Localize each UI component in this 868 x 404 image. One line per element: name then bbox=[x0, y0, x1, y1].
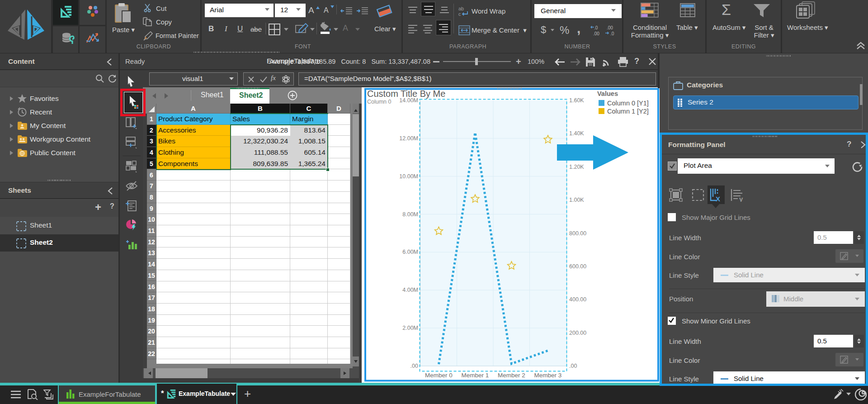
svg-text:1.60K: 1.60K bbox=[569, 97, 584, 104]
svg-text:12.00M: 12.00M bbox=[399, 135, 418, 142]
svg-text:Column 1 [Y2]: Column 1 [Y2] bbox=[607, 108, 649, 115]
svg-text:ab: ab bbox=[458, 6, 464, 11]
svg-text:.00: .00 bbox=[569, 363, 577, 369]
svg-text:Values: Values bbox=[597, 90, 618, 97]
svg-text:Column 0: Column 0 bbox=[367, 99, 392, 105]
svg-text:Member 2: Member 2 bbox=[498, 372, 525, 379]
svg-text:14.00M: 14.00M bbox=[399, 97, 418, 104]
svg-text:.00: .00 bbox=[593, 31, 599, 36]
svg-text:600.00: 600.00 bbox=[569, 263, 586, 270]
svg-text:Member 3: Member 3 bbox=[534, 372, 562, 379]
svg-text:Member 1: Member 1 bbox=[462, 372, 489, 379]
svg-text:800.00: 800.00 bbox=[569, 230, 586, 237]
svg-text:2.00M: 2.00M bbox=[402, 325, 418, 331]
svg-text:.0: .0 bbox=[594, 25, 598, 30]
svg-text:c: c bbox=[458, 11, 461, 17]
svg-text:.0: .0 bbox=[610, 31, 614, 36]
svg-text:Column 0 [Y1]: Column 0 [Y1] bbox=[607, 100, 649, 107]
svg-text:8.00M: 8.00M bbox=[402, 211, 418, 218]
svg-text:400.00: 400.00 bbox=[569, 296, 586, 303]
svg-text:6.00M: 6.00M bbox=[402, 249, 418, 255]
svg-text:1.00K: 1.00K bbox=[569, 197, 584, 203]
svg-text:.00: .00 bbox=[607, 25, 613, 30]
svg-text:4.00M: 4.00M bbox=[402, 287, 418, 293]
svg-text:Member 0: Member 0 bbox=[425, 372, 453, 379]
svg-text:.00: .00 bbox=[410, 363, 418, 369]
svg-text:10.00M: 10.00M bbox=[399, 173, 418, 180]
svg-text:200.00: 200.00 bbox=[569, 330, 586, 336]
